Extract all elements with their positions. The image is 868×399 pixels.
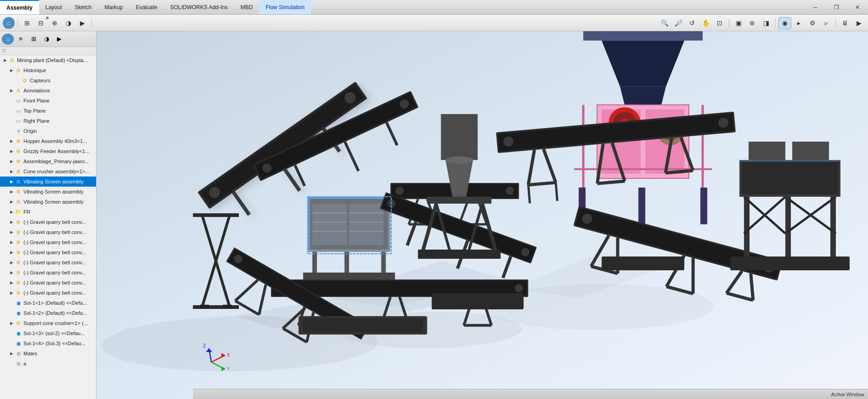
expand-icon-sol-1-3[interactable] (8, 330, 15, 336)
expand-icon-right-plane[interactable] (8, 118, 15, 124)
expand-icon-sol-1-4[interactable] (8, 340, 15, 347)
expand-icon-historique[interactable]: ▶ (8, 67, 15, 74)
toolbar-display-btn[interactable]: ◉ (778, 17, 791, 29)
menu-sketch[interactable]: Sketch (68, 0, 98, 14)
expand-icon-origin[interactable] (8, 128, 15, 134)
tree-item-gravel-belt-1[interactable]: ▶ ⚙ (-) Gravel quarry belt conv... (0, 217, 96, 227)
tree-item-fr[interactable]: ▶ 📁 FR (0, 207, 96, 217)
expand-icon-gravel-belt-8[interactable]: ▶ (8, 290, 15, 296)
restore-button[interactable]: ❐ (826, 0, 847, 15)
tree-item-a[interactable]: ⊞ a (0, 359, 96, 369)
menu-assembly[interactable]: Assembly (0, 0, 39, 14)
toolbar-appearan-btn[interactable]: ▸ (792, 17, 805, 29)
sidebar-color-btn[interactable]: ◑ (40, 34, 52, 45)
menu-solidworks-addins[interactable]: SOLIDWORKS Add-Ins (164, 0, 234, 14)
expand-icon-vibrating-screen-1[interactable]: ▶ (8, 178, 15, 185)
expand-icon-top-plane[interactable] (8, 108, 15, 114)
tree-item-gravel-belt-8[interactable]: ▶ ⚙ (-) Gravel quarry belt conv... (0, 288, 96, 298)
tree-item-origin[interactable]: ✛ Origin (0, 126, 96, 136)
close-button[interactable]: ✕ (847, 0, 868, 15)
toolbar-zoom-btn[interactable]: 🔎 (672, 17, 685, 29)
toolbar-plane-btn[interactable]: ⊛ (746, 17, 759, 29)
toolbar-pin-btn[interactable]: ⊕ (48, 17, 61, 29)
tree-item-grizzly-feeder[interactable]: ▶ ⚙ Grizzly Feeder Assembly<1... (0, 146, 96, 156)
expand-icon-sol-1-1[interactable] (8, 300, 15, 306)
expand-icon-grizzly-feeder[interactable]: ▶ (8, 148, 15, 154)
expand-icon-hopper-asm[interactable]: ▶ (8, 138, 15, 144)
minimize-button[interactable]: ─ (805, 0, 826, 15)
tree-item-gravel-belt-4[interactable]: ▶ ⚙ (-) Gravel quarry belt conv... (0, 247, 96, 257)
tree-item-gravel-belt-2[interactable]: ▶ ⚙ (-) Gravel quarry belt conv... (0, 227, 96, 237)
sidebar-home-btn[interactable]: ⌂ (2, 34, 14, 45)
tree-item-assemblage-primary[interactable]: ▶ ⚙ Assemblage_Primary-jawcr... (0, 156, 96, 166)
expand-icon-sol-1-2[interactable] (8, 310, 15, 316)
expand-icon-vibrating-screen-3[interactable]: ▶ (8, 199, 15, 205)
sidebar-smartmate-btn[interactable]: ⊞ (28, 34, 40, 45)
toolbar-rotate-btn[interactable]: ↺ (686, 17, 698, 29)
tree-item-sol-1-4[interactable]: ◼ Sol-1<4> (Sol-3) <<Defau... (0, 338, 96, 348)
tree-item-gravel-belt-7[interactable]: ▶ ⚙ (-) Gravel quarry belt conv... (0, 278, 96, 288)
tree-item-gravel-belt-6[interactable]: ▶ ⚙ (-) Gravel quarry belt conv... (0, 268, 96, 278)
tree-item-front-plane[interactable]: ▭ Front Plane (0, 96, 96, 106)
expand-icon-root[interactable]: ▶ (2, 57, 8, 63)
tree-item-gravel-belt-3[interactable]: ▶ ⚙ (-) Gravel quarry belt conv... (0, 237, 96, 247)
tree-item-cone-crusher[interactable]: ▶ ⚙ Cone crusher assembly<1>... (0, 166, 96, 177)
tree-item-annotations[interactable]: ▶ A Annotations (0, 86, 96, 96)
expand-icon-gravel-belt-2[interactable]: ▶ (8, 229, 15, 235)
expand-icon-fr[interactable]: ▶ (8, 209, 15, 215)
toolbar-color-btn[interactable]: ◑ (62, 17, 75, 29)
tree-item-vibrating-screen-1[interactable]: ▶ ⚙ Vibrating Screen assembly (0, 177, 96, 187)
expand-icon-gravel-belt-7[interactable]: ▶ (8, 279, 15, 286)
icon-assemblage-primary: ⚙ (15, 158, 22, 165)
toolbar-grid-btn[interactable]: ⊞ (21, 17, 34, 29)
tree-item-sol-1-2[interactable]: ◼ Sol-1<2> (Default) <<Defa... (0, 308, 96, 318)
expand-icon-mates[interactable]: ▶ (8, 350, 15, 357)
toolbar-render-btn[interactable]: ⚙ (806, 17, 819, 29)
tree-item-vibrating-screen-2[interactable]: ▶ ⚙ Vibrating Screen assembly (0, 187, 96, 197)
toolbar-search-btn[interactable]: 🔍 (658, 17, 671, 29)
tree-item-historique[interactable]: ▶ ⚙ Historique (0, 65, 96, 75)
tree-item-gravel-belt-5[interactable]: ▶ ⚙ (-) Gravel quarry belt conv... (0, 257, 96, 268)
expand-icon-a[interactable] (8, 360, 15, 367)
sidebar-arrow-btn[interactable]: ▶ (53, 34, 65, 45)
toolbar-pan-btn[interactable]: ✋ (699, 17, 712, 29)
expand-icon-vibrating-screen-2[interactable]: ▶ (8, 188, 15, 195)
expand-icon-gravel-belt-4[interactable]: ▶ (8, 249, 15, 256)
toolbar-scene-btn[interactable]: ▹ (820, 17, 833, 29)
menu-layout[interactable]: Layout (39, 0, 68, 14)
tree-item-right-plane[interactable]: ▭ Right Plane (0, 116, 96, 126)
sidebar-list-btn[interactable]: ≡ (15, 34, 27, 45)
expand-icon-gravel-belt-6[interactable]: ▶ (8, 269, 15, 276)
expand-icon-front-plane[interactable] (8, 97, 15, 104)
toolbar-more-btn[interactable]: ▶ (852, 17, 865, 29)
expand-icon-capteurs[interactable] (15, 77, 21, 84)
tree-item-hopper-asm[interactable]: ▶ ⚙ Hopper Assembly 40m3<1... (0, 136, 96, 146)
3d-viewport[interactable]: X Y Z Active Window (96, 31, 868, 399)
tree-item-sol-1-1[interactable]: ◼ Sol-1<1> (Default) <<Defa... (0, 298, 96, 308)
toolbar-zoom-ext-btn[interactable]: ⊡ (713, 17, 726, 29)
expand-icon-annotations[interactable]: ▶ (8, 87, 15, 94)
toolbar-monitor-btn[interactable]: 🖥 (839, 17, 851, 29)
expand-icon-gravel-belt-3[interactable]: ▶ (8, 239, 15, 245)
tree-item-vibrating-screen-3[interactable]: ▶ ⚙ Vibrating Screen assembly (0, 197, 96, 207)
tree-item-sol-1-3[interactable]: ◼ Sol-1<3> (sol-2) <<Defau... (0, 328, 96, 338)
tree-item-mates[interactable]: ▶ ⊞ Mates (0, 348, 96, 359)
tree-item-root[interactable]: ▶ ⚙ Mining plant (Default) <Displa... (0, 55, 96, 65)
expand-icon-gravel-belt-1[interactable]: ▶ (8, 219, 15, 225)
toolbar-home-btn[interactable]: ⌂ (3, 17, 15, 29)
expand-icon-gravel-belt-5[interactable]: ▶ (8, 259, 15, 266)
expand-icon-cone-crusher[interactable]: ▶ (8, 168, 15, 175)
tree-item-top-plane[interactable]: ▭ Top Plane (0, 106, 96, 116)
menu-evaluate[interactable]: Evaluate (129, 0, 164, 14)
menu-markup[interactable]: Markup (98, 0, 129, 14)
toolbar-section-btn[interactable]: ◨ (760, 17, 772, 29)
toolbar-view-btn[interactable]: ▣ (732, 17, 745, 29)
expand-icon-assemblage-primary[interactable]: ▶ (8, 158, 15, 165)
tree-item-capteurs[interactable]: ⚙ Capteurs (0, 75, 96, 86)
menu-flow-simulation[interactable]: Flow Simulation (259, 0, 311, 14)
expand-icon-support-cone[interactable]: ▶ (8, 320, 15, 326)
toolbar-tree-btn[interactable]: ⊟ (34, 17, 47, 29)
menu-mbd[interactable]: MBD (234, 0, 260, 14)
toolbar-arrow-btn[interactable]: ▶ (76, 17, 89, 29)
tree-item-support-cone[interactable]: ▶ ⚙ Support cone crusher<1> (... (0, 318, 96, 328)
